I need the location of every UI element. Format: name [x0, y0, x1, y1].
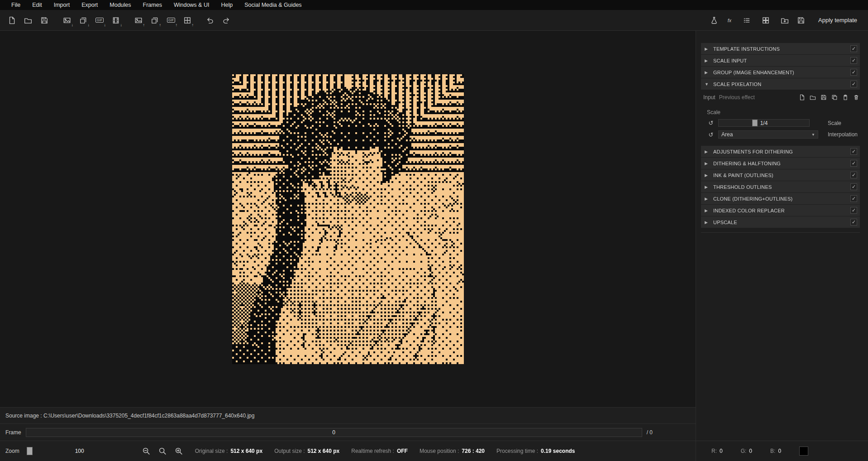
zoom-label: Zoom [5, 448, 19, 454]
menu-file[interactable]: File [5, 0, 26, 10]
check-icon: ✓ [852, 208, 856, 213]
reset-icon: ↺ [709, 131, 714, 138]
image-stack-icon [151, 16, 159, 24]
panel-section-indexed-color-replacer[interactable]: ▶ INDEXED COLOR REPLACER ✓ [701, 205, 860, 216]
menu-edit[interactable]: Edit [26, 0, 48, 10]
section-checkbox[interactable]: ✓ [850, 81, 857, 87]
panel-section-scale-input[interactable]: ▶ SCALE INPUT ✓ [701, 55, 860, 66]
menu-frames[interactable]: Frames [137, 0, 168, 10]
template-effects-button[interactable] [707, 13, 721, 28]
template-save-button[interactable] [794, 13, 808, 28]
interpolation-value: Area [721, 131, 733, 138]
menu-windows-ui[interactable]: Windows & UI [168, 0, 215, 10]
check-icon: ✓ [852, 149, 856, 154]
scale-slider[interactable]: 1/4 [718, 119, 810, 127]
app-window: File Edit Import Export Modules Frames W… [0, 0, 868, 461]
template-load-button[interactable] [777, 13, 792, 28]
section-checkbox[interactable]: ✓ [850, 57, 857, 64]
apply-template-button[interactable]: Apply template [812, 14, 863, 26]
film-icon [112, 16, 120, 24]
status-readouts: Original size :512 x 640 px Output size … [195, 448, 575, 454]
zoom-slider-handle[interactable] [27, 447, 33, 455]
frame-total: / 0 [647, 429, 653, 436]
menu-import[interactable]: Import [48, 0, 76, 10]
effect-open-button[interactable] [809, 94, 816, 101]
menu-help[interactable]: Help [215, 0, 238, 10]
scale-slider-handle[interactable] [752, 120, 758, 126]
section-checkbox[interactable]: ✓ [850, 195, 857, 202]
section-checkbox[interactable]: ✓ [850, 219, 857, 226]
import-sequence-button[interactable]: ↓ [76, 13, 91, 28]
effect-paste-button[interactable] [842, 94, 849, 101]
zoom-slider[interactable]: 100 [23, 446, 136, 456]
canvas-area: Source image : C:\Users\user\Downloads\3… [0, 31, 696, 461]
open-file-button[interactable] [21, 13, 35, 28]
check-icon: ✓ [852, 196, 856, 201]
export-sequence-button[interactable]: ↑ [148, 13, 162, 28]
new-file-icon [8, 16, 16, 24]
section-checkbox[interactable]: ✓ [850, 172, 857, 178]
new-file-button[interactable] [5, 13, 19, 28]
panel-section-template-instructions[interactable]: ▶ TEMPLATE INSTRUCTIONS ✓ [701, 43, 860, 54]
export-gif-button[interactable]: GIF ↑ [164, 13, 178, 28]
scale-pixelation-body: Input Previous effect Scale [701, 90, 860, 146]
panel-section-threshold-outlines[interactable]: ▶ THRESHOLD OUTLINES ✓ [701, 181, 860, 192]
import-tool-group: ↓ ↓ GIF ↓ ↓ [60, 13, 123, 28]
input-source-value: Previous effect [719, 94, 755, 101]
save-icon [40, 16, 48, 24]
import-image-button[interactable]: ↓ [60, 13, 74, 28]
panel-section-adjustments-for-dithering[interactable]: ▶ ADJUSTMENTS FOR DITHERING ✓ [701, 146, 860, 157]
zoom-value: 100 [75, 448, 84, 454]
chevron-right-icon: ▶ [705, 47, 710, 51]
panel-section-upscale[interactable]: ▶ UPSCALE ✓ [701, 216, 860, 228]
panel-section-group-image-enhancement[interactable]: ▶ GROUP (IMAGE ENHANCEMENT) ✓ [701, 67, 860, 78]
import-video-button[interactable]: ↓ [109, 13, 123, 28]
zoom-in-button[interactable] [172, 445, 185, 457]
redo-button[interactable] [219, 13, 234, 28]
panel-section-dithering-halftoning[interactable]: ▶ DITHERING & HALFTONING ✓ [701, 158, 860, 169]
effect-copy-button[interactable] [831, 94, 838, 101]
realtime-refresh-status: Realtime refresh :OFF [351, 448, 408, 454]
section-checkbox[interactable]: ✓ [850, 148, 857, 155]
undo-button[interactable] [203, 13, 217, 28]
interpolation-dropdown[interactable]: Area ▼ [718, 130, 818, 139]
section-checkbox[interactable]: ✓ [850, 45, 857, 52]
effect-new-button[interactable] [798, 94, 806, 101]
export-image-button[interactable]: ↑ [131, 13, 146, 28]
template-list-button[interactable] [739, 13, 754, 28]
zoom-out-button[interactable] [140, 445, 153, 457]
section-checkbox[interactable]: ✓ [850, 207, 857, 214]
chevron-right-icon: ▶ [705, 220, 710, 225]
menu-modules[interactable]: Modules [104, 0, 137, 10]
frame-value: 0 [332, 429, 335, 436]
chevron-right-icon: ▶ [705, 185, 710, 189]
import-gif-button[interactable]: GIF ↓ [92, 13, 107, 28]
panel-section-clone-dithering-outlines[interactable]: ▶ CLONE (DITHERING+OUTLINES) ✓ [701, 193, 860, 204]
effect-delete-button[interactable] [853, 94, 860, 101]
image-viewport[interactable] [0, 31, 696, 407]
frame-slider[interactable]: 0 [26, 428, 642, 437]
output-size-status: Output size :512 x 640 px [274, 448, 339, 454]
preview-image[interactable] [232, 74, 464, 364]
template-script-button[interactable]: fx [723, 13, 738, 28]
section-checkbox[interactable]: ✓ [850, 183, 857, 190]
export-badge-icon: ↑ [159, 23, 162, 27]
menu-export[interactable]: Export [76, 0, 104, 10]
menu-social-media-guides[interactable]: Social Media & Guides [238, 0, 307, 10]
effect-save-button[interactable] [820, 94, 827, 101]
template-tool-group-c [777, 13, 808, 28]
section-checkbox[interactable]: ✓ [850, 69, 857, 76]
color-swatch [799, 447, 808, 456]
export-spritesheet-button[interactable]: ↑ [180, 13, 195, 28]
reset-interpolation-button[interactable]: ↺ [707, 132, 715, 138]
zoom-reset-button[interactable] [156, 445, 169, 457]
save-file-button[interactable] [37, 13, 52, 28]
panel-section-ink-paint-outlines[interactable]: ▶ INK & PAINT (OUTLINES) ✓ [701, 169, 860, 181]
section-label: SCALE INPUT [713, 58, 847, 63]
reset-scale-button[interactable]: ↺ [707, 120, 715, 126]
section-label: THRESHOLD OUTLINES [713, 184, 847, 190]
section-checkbox[interactable]: ✓ [850, 160, 857, 167]
processing-time-status: Processing time :0.19 seconds [496, 448, 575, 454]
template-browser-button[interactable] [758, 13, 773, 28]
panel-section-scale-pixelation[interactable]: ▼ SCALE PIXELATION ✓ [701, 78, 860, 90]
